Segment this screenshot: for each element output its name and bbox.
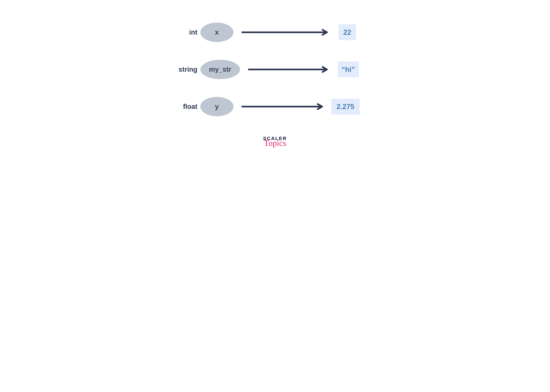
- variable-name: x: [215, 28, 219, 36]
- variable-ellipse: y: [200, 97, 233, 116]
- diagram-row: int x 22: [165, 23, 385, 42]
- type-label: float: [165, 103, 197, 111]
- value-box: 22: [339, 24, 356, 40]
- type-label: int: [165, 28, 197, 36]
- arrow-icon: [242, 103, 324, 110]
- diagram-row: float y 2.275: [165, 97, 385, 116]
- value-box: “hi”: [338, 62, 359, 77]
- value-box: 2.275: [331, 99, 360, 114]
- type-label: string: [165, 66, 197, 73]
- logo-line2: Topics: [263, 140, 287, 146]
- arrow-icon: [242, 29, 329, 35]
- diagram-row: string my_str “hi”: [165, 60, 385, 79]
- logo: SCALER Topics: [263, 136, 287, 146]
- variable-ellipse: my_str: [200, 60, 240, 79]
- diagram-canvas: int x 22 string my_str “hi” fl: [165, 0, 385, 157]
- value-text: “hi”: [341, 65, 355, 73]
- variable-name: y: [215, 103, 219, 111]
- value-text: 22: [343, 28, 351, 36]
- variable-ellipse: x: [200, 23, 233, 42]
- arrow-icon: [248, 66, 329, 73]
- variable-name: my_str: [209, 66, 231, 73]
- value-text: 2.275: [337, 103, 354, 111]
